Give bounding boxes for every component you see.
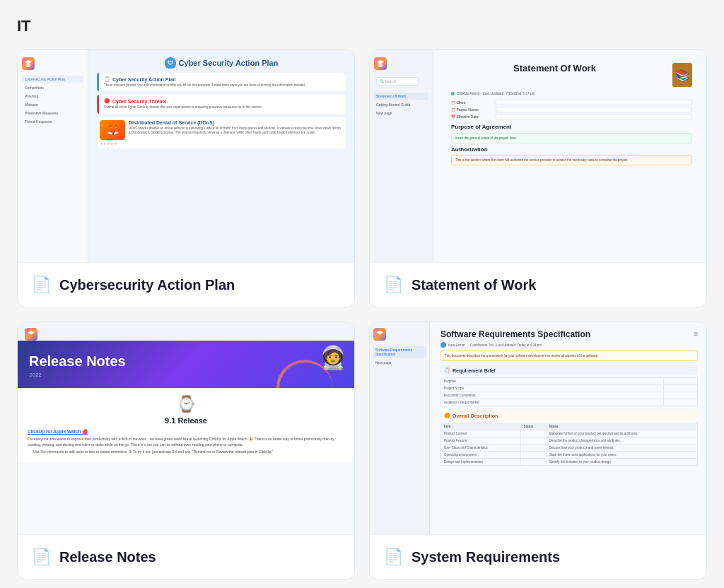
doc-icon-sow: 📄 (384, 276, 403, 294)
cyber-section1-text: These banners provide you with informati… (104, 83, 341, 88)
doc-icon-release: 📄 (32, 548, 51, 566)
table-row: Purpose (441, 378, 698, 385)
status-user (520, 445, 546, 452)
release-bullet: Use Siri commands to add tasks to lists … (28, 449, 344, 455)
clickup-logo-cyber (22, 57, 35, 70)
doc-icon-cyber: 📄 (32, 276, 51, 294)
sysreq-brief-heading: 📋 Requirement Brief (440, 365, 698, 375)
table-header-row: Item Status Notes (441, 423, 698, 430)
release-link: ClickUp for Apple Watch 🍎 (28, 429, 344, 435)
card-release-notes[interactable]: Release Notes 2022 🧑‍🚀 ⌚ 9.1 Release Cli… (17, 322, 355, 580)
sidebar-item-cap: Cybersecurity Action Plan (22, 76, 83, 83)
table-row: Project Scope (441, 385, 698, 392)
table-row: Operating environment State the three mo… (441, 452, 698, 459)
cyber-section1-title: 📋 Cyber Security Action Plan (104, 76, 341, 82)
overall-icon: 🟠 (444, 413, 450, 418)
item-env: Operating environment (441, 452, 521, 459)
form-row-client: 📋 Client: (451, 100, 692, 105)
item-design: Design and Implementation (441, 459, 521, 466)
cyber-section2: 🔴 Cyber Security Threats Outline all of … (97, 95, 346, 113)
card-preview-sysreq: Software Requirements Specification New … (370, 322, 706, 534)
sow-form-fields: 📋 Client: 📋 Project Name: 📅 Effective Da… (451, 100, 692, 119)
sysreq-doc-title: Software Requirements Specification ⊞ (440, 329, 698, 339)
card-title-sysreq: System Requirements (411, 549, 560, 565)
col-item: Item (441, 423, 521, 430)
item-feature: Product Feature (441, 437, 521, 445)
table-row: Design and Implementation Specify the li… (441, 459, 698, 466)
notes-context: Elaborate further on your product perspe… (546, 430, 697, 437)
sow-content: Statement Of Work 📚 ClickUp Admin · Last… (444, 57, 699, 171)
ddos-title: Distributed Denial of Service (DDoS) (129, 120, 343, 125)
shield-icon: 🛡 (165, 57, 176, 69)
input-client (496, 100, 692, 105)
table-row: Product Context Elaborate further on you… (441, 430, 698, 437)
sidebar-item-malware: Malware (22, 101, 83, 108)
label-client: 📋 Client: (451, 100, 494, 105)
author-avatar (440, 342, 446, 348)
brief-icon: 📋 (444, 368, 450, 373)
clickup-logo-sysreq (373, 328, 386, 341)
sow-auth-text: This is the section where the client wil… (451, 155, 692, 165)
template-grid: Cybersecurity Action Plan Competitors Ph… (17, 49, 707, 580)
cyber-ddos-text: Distributed Denial of Service (DDoS) DDo… (129, 120, 343, 146)
sysreq-sidebar-newpage: New page (373, 359, 426, 366)
cyber-ddos-icon: 🦊 ★★★★★ (100, 120, 125, 146)
card-preview-cybersecurity: Cybersecurity Action Plan Competitors Ph… (18, 50, 354, 262)
col-notes: Notes (546, 423, 697, 430)
sow-search-bar: 🔍 Search (376, 77, 419, 86)
card-footer-release: 📄 Release Notes (18, 534, 354, 579)
input-date (496, 114, 692, 119)
item-user: User Class and Characteristics (441, 445, 521, 452)
sow-auth-heading: Authorization (451, 146, 692, 153)
sidebar-item-threat: Threat Response (22, 118, 83, 125)
sow-purpose-text: Insert the general scope of the project … (455, 136, 517, 140)
table-row: Document Convention (441, 392, 698, 399)
ddos-text: DDoS attacks disable an online service b… (129, 127, 343, 136)
contrib-meta: Contributors Thu · Last Updated: Today a… (470, 343, 542, 347)
status-env (520, 452, 546, 459)
table-row: User Class and Characteristics Discuss h… (441, 445, 698, 452)
brief-scope-val (663, 385, 697, 392)
card-footer-sow: 📄 Statement of Work (370, 262, 706, 307)
release-para: For everyone who wants to improve their … (28, 437, 344, 447)
sow-doc-title: Statement Of Work (451, 63, 658, 74)
card-cybersecurity[interactable]: Cybersecurity Action Plan Competitors Ph… (17, 49, 355, 307)
status-dot (451, 92, 455, 95)
card-title-sow: Statement of Work (411, 277, 536, 293)
label-date: 📅 Effective Date: (451, 114, 494, 119)
sow-sidebar-guide: Getting Started Guide (374, 101, 428, 108)
status-context (520, 430, 546, 437)
input-project (496, 107, 692, 112)
clickup-logo-sow (374, 57, 387, 70)
preview-sidebar-cyber: Cybersecurity Action Plan Competitors Ph… (18, 50, 88, 262)
card-preview-sow: 🔍 Search Statement Of Work Getting Start… (370, 50, 706, 262)
sow-purpose-heading: Purpose of Agreement (451, 124, 692, 130)
card-footer-sysreq: 📄 System Requirements (370, 534, 706, 579)
sysreq-meta: Kato Ferrier · Contributors Thu · Last U… (440, 342, 698, 348)
status-design (520, 459, 546, 466)
card-sow[interactable]: 🔍 Search Statement Of Work Getting Start… (369, 49, 707, 307)
release-version: 9.1 Release (28, 416, 344, 425)
release-body: ⌚ 9.1 Release ClickUp for Apple Watch 🍎 … (18, 388, 354, 462)
author-name: Kato Ferrier (448, 343, 465, 347)
doc-icon-sysreq: 📄 (384, 548, 403, 566)
table-row: Audience / Target Market (441, 399, 698, 406)
sow-book-icon: 📚 (672, 63, 692, 87)
sysreq-sidebar: Software Requirements Specification New … (370, 322, 430, 534)
sow-purpose-block: Insert the general scope of the project … (451, 133, 692, 143)
card-title-cyber: Cybersecurity Action Plan (59, 277, 235, 293)
sysreq-sidebar-main: Software Requirements Specification (373, 346, 426, 358)
stars: ★★★★★ (100, 141, 125, 146)
sysreq-content: Software Requirements Specification ⊞ Ka… (432, 322, 706, 477)
label-project: 📋 Project Name: (451, 107, 494, 112)
sow-sidebar-search: 🔍 Search (374, 76, 428, 91)
cyber-section1: 📋 Cyber Security Action Plan These banne… (97, 73, 346, 91)
sow-sidebar-newpage: New page (374, 110, 428, 117)
req-brief-table: Purpose Project Scope Document Conventio… (440, 377, 698, 406)
fox-placeholder: 🦊 (100, 120, 125, 140)
card-sysreq[interactable]: Software Requirements Specification New … (369, 322, 707, 580)
release-banner: Release Notes 2022 🧑‍🚀 (18, 341, 354, 388)
sow-sidebar: 🔍 Search Statement Of Work Getting Start… (370, 50, 433, 262)
sysreq-overall-heading: 🟠 Overall Description (440, 411, 698, 421)
page-title: IT (17, 17, 707, 35)
